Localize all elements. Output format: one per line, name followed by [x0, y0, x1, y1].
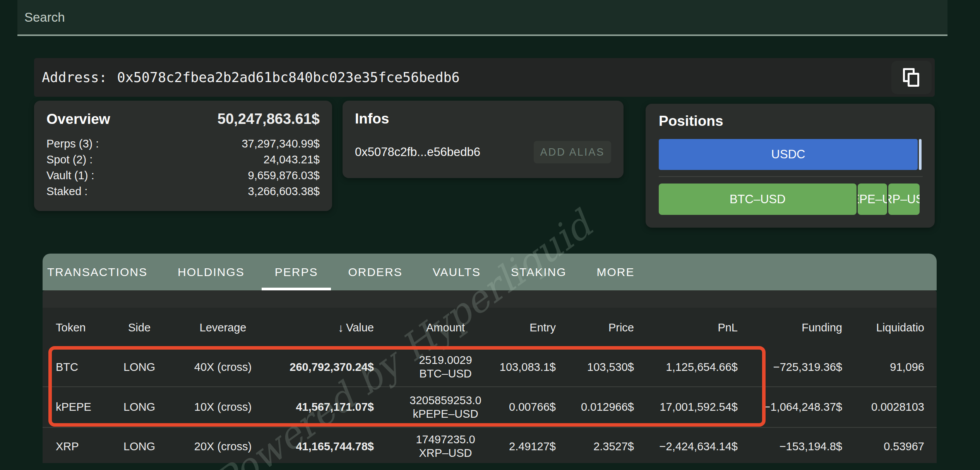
perp-positions-bar: USDC	[659, 139, 922, 170]
overview-row: Spot (2) :24,043.21$	[46, 152, 320, 168]
column-header-label: Value	[346, 321, 374, 334]
column-header-liquidatio[interactable]: Liquidatio	[842, 321, 924, 334]
column-header-entry[interactable]: Entry	[517, 321, 556, 334]
cell-liquidation: 0.53967	[842, 440, 924, 453]
column-header-label: Funding	[802, 321, 842, 334]
search-input[interactable]	[17, 0, 947, 34]
position-bar-kpepe–usd[interactable]: kPEPE–USD	[858, 184, 887, 215]
cell-funding: −1,064,248.37$	[738, 401, 842, 413]
perps-table: TokenSideLeverage↓ValueAmountEntryPriceP…	[43, 308, 937, 463]
overview-row-label: Vault (1) :	[46, 168, 94, 184]
address-label: Address:	[42, 70, 107, 85]
column-header-label: Side	[128, 321, 151, 334]
amount-quantity: 17497235.0	[416, 433, 475, 446]
cell-side: LONG	[114, 361, 165, 374]
overview-total: 50,247,863.61$	[218, 111, 320, 127]
copy-icon	[903, 68, 920, 87]
overview-row-value: 3,266,603.38$	[248, 184, 320, 199]
cell-price: 103,530$	[556, 361, 634, 374]
column-header-token[interactable]: Token	[56, 321, 114, 334]
cell-entry: 0.00766$	[517, 401, 556, 413]
overview-row-label: Perps (3) :	[46, 136, 99, 152]
cell-entry: 103,083.1$	[517, 361, 556, 374]
overview-row: Perps (3) :37,297,340.99$	[46, 136, 320, 152]
positions-title: Positions	[659, 113, 922, 129]
cell-amount: 2519.0029BTC–USD	[374, 353, 517, 381]
overview-row-label: Spot (2) :	[46, 152, 93, 168]
overview-row-value: 24,043.21$	[264, 152, 320, 168]
copy-address-button[interactable]	[891, 61, 932, 94]
overview-row-value: 9,659,876.03$	[248, 168, 320, 184]
cell-entry: 2.49127$	[517, 440, 556, 453]
cell-pnl: 1,125,654.66$	[634, 361, 738, 374]
cell-value: 260,792,370.24$	[281, 361, 374, 374]
amount-pair: XRP–USD	[419, 446, 472, 460]
column-header-side[interactable]: Side	[114, 321, 165, 334]
column-header-label: Entry	[529, 321, 556, 334]
amount-pair: kPEPE–USD	[413, 407, 478, 421]
column-header-funding[interactable]: Funding	[738, 321, 842, 334]
position-bar-btc–usd[interactable]: BTC–USD	[659, 184, 857, 215]
cell-pnl: 17,001,592.54$	[634, 401, 738, 413]
table-row-xrp[interactable]: XRPLONG20X (cross)41,165,744.78$17497235…	[43, 427, 937, 463]
tab-more[interactable]: MORE	[595, 254, 636, 290]
amount-quantity: 3205859253.0	[409, 394, 481, 407]
cell-leverage: 40X (cross)	[165, 361, 281, 374]
spot-positions-bar: BTC–USDkPEPE–USDXRP–USD	[659, 184, 922, 215]
infos-title: Infos	[355, 111, 611, 127]
column-header-label: Token	[56, 321, 86, 334]
cell-leverage: 20X (cross)	[165, 440, 281, 453]
cell-token: kPEPE	[56, 401, 114, 413]
column-header-label: PnL	[718, 321, 738, 334]
cell-leverage: 10X (cross)	[165, 401, 281, 413]
cell-side: LONG	[114, 401, 165, 413]
position-bar-xrp–usd[interactable]: XRP–USD	[888, 184, 920, 215]
add-alias-button[interactable]: ADD ALIAS	[534, 141, 611, 163]
positions-card: Positions USDC BTC–USDkPEPE–USDXRP–USD	[646, 104, 935, 228]
amount-quantity: 2519.0029	[419, 353, 472, 367]
column-header-label: Leverage	[200, 321, 247, 334]
cell-token: BTC	[56, 361, 114, 374]
table-body: BTCLONG40X (cross)260,792,370.24$2519.00…	[43, 348, 937, 463]
overview-row-label: Staked :	[46, 184, 87, 199]
cell-value: 41,165,744.78$	[281, 440, 374, 453]
tab-vaults[interactable]: VAULTS	[431, 254, 482, 290]
table-row-kpepe[interactable]: kPEPELONG10X (cross)41,567,171.07$320585…	[43, 386, 937, 427]
tab-staking[interactable]: STAKING	[509, 254, 568, 290]
search-bar	[17, 0, 947, 36]
column-header-label: Liquidatio	[876, 321, 924, 334]
positions-divider	[659, 176, 923, 177]
overview-rows: Perps (3) :37,297,340.99$Spot (2) :24,04…	[46, 136, 320, 199]
overview-row: Staked :3,266,603.38$	[46, 184, 320, 199]
tab-bar: TRANSACTIONSHOLDINGSPERPSORDERSVAULTSSTA…	[43, 254, 937, 290]
position-bar-sliver[interactable]	[919, 139, 922, 170]
cell-funding: −725,319.36$	[738, 361, 842, 374]
overview-row: Vault (1) :9,659,876.03$	[46, 168, 320, 184]
column-header-amount[interactable]: Amount	[374, 321, 517, 334]
tab-holdings[interactable]: HOLDINGS	[176, 254, 246, 290]
cell-funding: −153,194.8$	[738, 440, 842, 453]
short-address: 0x5078c2fb...e56bedb6	[355, 145, 480, 159]
cell-amount: 17497235.0XRP–USD	[374, 433, 517, 460]
table-row-btc[interactable]: BTCLONG40X (cross)260,792,370.24$2519.00…	[43, 348, 937, 386]
column-header-value[interactable]: ↓Value	[281, 321, 374, 334]
address-value: 0x5078c2fbea2b2ad61bc840bc023e35fce56bed…	[117, 70, 460, 85]
amount-pair: BTC–USD	[419, 367, 471, 381]
sort-desc-icon: ↓	[338, 321, 344, 334]
overview-card: Overview 50,247,863.61$ Perps (3) :37,29…	[34, 101, 332, 211]
column-header-leverage[interactable]: Leverage	[165, 321, 281, 334]
cell-price: 0.012966$	[556, 401, 634, 413]
position-bar-usdc[interactable]: USDC	[659, 139, 918, 170]
cell-pnl: −2,424,634.14$	[634, 440, 738, 453]
cell-token: XRP	[56, 440, 114, 453]
address-bar: Address: 0x5078c2fbea2b2ad61bc840bc023e3…	[34, 58, 935, 97]
overview-row-value: 37,297,340.99$	[242, 136, 320, 152]
cell-side: LONG	[114, 440, 165, 453]
cell-price: 2.3527$	[556, 440, 634, 453]
column-header-pnl[interactable]: PnL	[634, 321, 738, 334]
tab-orders[interactable]: ORDERS	[346, 254, 404, 290]
column-header-price[interactable]: Price	[556, 321, 634, 334]
tab-transactions[interactable]: TRANSACTIONS	[46, 254, 149, 290]
tab-perps[interactable]: PERPS	[273, 254, 320, 290]
cell-amount: 3205859253.0kPEPE–USD	[374, 394, 517, 421]
